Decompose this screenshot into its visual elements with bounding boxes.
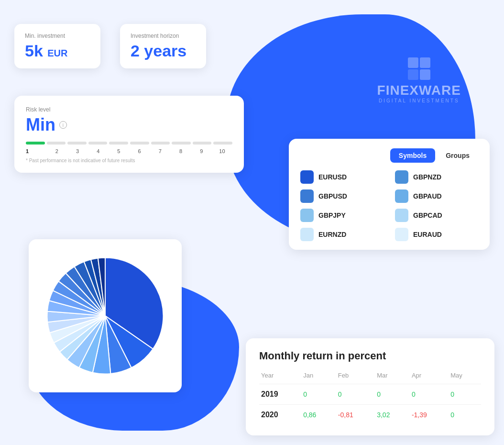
logo-name: FINEXWARE	[377, 83, 461, 98]
symbol-item: GBPJPY	[300, 209, 383, 222]
monthly-col-header: May	[449, 370, 481, 384]
symbol-item: EURAUD	[395, 228, 478, 241]
risk-segment-5	[109, 142, 128, 145]
tab-groups[interactable]: Groups	[437, 148, 478, 163]
risk-segment-1	[26, 142, 45, 145]
monthly-col-header: Apr	[410, 370, 449, 384]
symbol-color-swatch	[300, 189, 314, 203]
year-cell: 2020	[259, 405, 301, 425]
monthly-col-header: Mar	[375, 370, 410, 384]
symbol-item: GBPAUD	[395, 189, 478, 203]
symbol-color-swatch	[300, 209, 314, 222]
symbol-name: EURAUD	[413, 231, 442, 238]
logo-subtitle: Digital Investments	[377, 98, 461, 103]
symbol-item: GBPCAD	[395, 209, 478, 222]
symbol-color-swatch	[395, 228, 408, 241]
monthly-col-header: Year	[259, 370, 301, 384]
risk-bar	[26, 142, 232, 145]
pie-chart	[41, 251, 170, 380]
symbol-name: GBPJPY	[318, 211, 346, 219]
symbols-tabs: Symbols Groups	[300, 148, 478, 163]
symbol-item: EURNZD	[300, 228, 383, 241]
symbol-name: GBPAUD	[413, 192, 442, 200]
value-cell: 0	[449, 405, 481, 425]
logo-icon	[377, 57, 461, 80]
monthly-return-title: Monthly return in percent	[259, 350, 481, 362]
value-cell: 0,86	[301, 405, 336, 425]
horizon-label: Investment horizon	[131, 33, 193, 39]
symbol-item: EURUSD	[300, 170, 383, 184]
symbols-grid: EURUSD GBPNZD GBPUSD GBPAUD GBPJPY GBPCA…	[300, 170, 478, 241]
risk-disclaimer: * Past performance is not indicative of …	[26, 158, 232, 163]
monthly-return-card: Monthly return in percent YearJanFebMarA…	[246, 338, 494, 435]
horizon-card: Investment horizon 2 years	[120, 24, 206, 68]
risk-numbers: 1 2 3 4 5 6 7 8 9 10	[26, 148, 232, 154]
min-investment-label: Min. investment	[25, 33, 87, 39]
value-cell: 0	[336, 384, 375, 405]
risk-segment-8	[172, 142, 191, 145]
value-cell: -0,81	[336, 405, 375, 425]
symbol-color-swatch	[395, 209, 408, 222]
symbol-name: EURUSD	[318, 173, 347, 181]
value-cell: 0	[449, 384, 481, 405]
risk-card: Risk level Min i 1 2 3 4 5 6 7 8 9 10 * …	[14, 96, 244, 173]
symbol-color-swatch	[300, 228, 314, 241]
risk-info-icon[interactable]: i	[59, 121, 67, 129]
symbol-item: GBPUSD	[300, 189, 383, 203]
min-investment-value: 5k EUR	[25, 42, 87, 60]
min-investment-card: Min. investment 5k EUR	[14, 24, 100, 68]
symbols-card: Symbols Groups EURUSD GBPNZD GBPUSD GBPA…	[289, 139, 490, 250]
risk-segment-9	[193, 142, 212, 145]
table-row: 20200,86-0,813,02-1,390	[259, 405, 481, 425]
value-cell: 0	[301, 384, 336, 405]
symbol-name: GBPUSD	[318, 192, 347, 200]
symbol-name: GBPNZD	[413, 173, 441, 181]
monthly-col-header: Feb	[336, 370, 375, 384]
table-row: 201900000	[259, 384, 481, 405]
value-cell: -1,39	[410, 405, 449, 425]
monthly-col-header: Jan	[301, 370, 336, 384]
risk-segment-6	[130, 142, 149, 145]
symbol-color-swatch	[395, 170, 408, 184]
risk-value: Min	[26, 115, 55, 135]
symbol-name: EURNZD	[318, 231, 346, 238]
symbol-name: GBPCAD	[413, 211, 442, 219]
year-cell: 2019	[259, 384, 301, 405]
risk-segment-3	[67, 142, 87, 145]
value-cell: 0	[375, 384, 410, 405]
symbol-item: GBPNZD	[395, 170, 478, 184]
symbol-color-swatch	[395, 189, 408, 203]
risk-label: Risk level	[26, 106, 232, 113]
value-cell: 3,02	[375, 405, 410, 425]
pie-chart-card	[29, 239, 182, 392]
horizon-value: 2 years	[131, 42, 193, 60]
value-cell: 0	[410, 384, 449, 405]
tab-symbols[interactable]: Symbols	[390, 148, 435, 163]
risk-segment-7	[151, 142, 170, 145]
risk-segment-10	[213, 142, 232, 145]
logo-area: FINEXWARE Digital Investments	[377, 57, 461, 103]
risk-segment-2	[47, 142, 66, 145]
monthly-return-table: YearJanFebMarAprMay20190000020200,86-0,8…	[259, 370, 481, 425]
risk-segment-4	[88, 142, 108, 145]
symbol-color-swatch	[300, 170, 314, 184]
